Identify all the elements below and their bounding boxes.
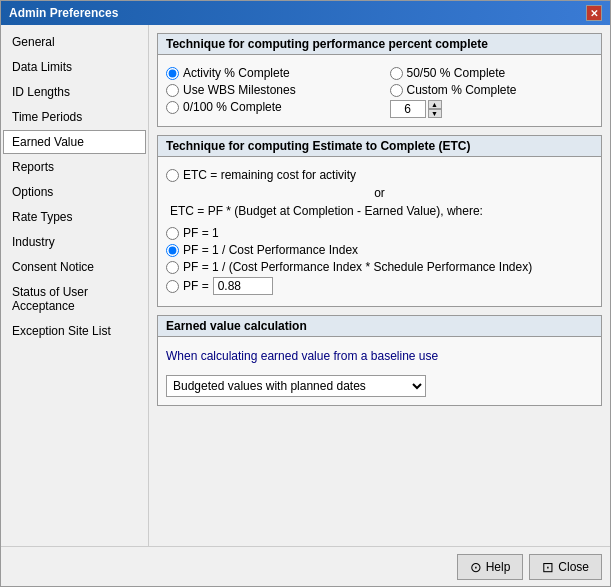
performance-section-content: Activity % Complete Use WBS Milestones 0… [158, 55, 601, 126]
radio-activity-pct: Activity % Complete [166, 66, 370, 80]
earned-value-section-content: When calculating earned value from a bas… [158, 337, 601, 405]
radio-fifty: 50/50 % Complete [390, 66, 594, 80]
radio-zero100: 0/100 % Complete [166, 100, 370, 114]
performance-section: Technique for computing performance perc… [157, 33, 602, 127]
etc-section: Technique for computing Estimate to Comp… [157, 135, 602, 307]
radio-zero100-label: 0/100 % Complete [183, 100, 282, 114]
sidebar-item-exception-site[interactable]: Exception Site List [3, 319, 146, 343]
or-text: or [166, 186, 593, 200]
spinner-up[interactable]: ▲ [428, 100, 442, 109]
performance-col1: Activity % Complete Use WBS Milestones 0… [166, 63, 370, 118]
sidebar-item-industry[interactable]: Industry [3, 230, 146, 254]
sidebar-item-rate-types[interactable]: Rate Types [3, 205, 146, 229]
sidebar-item-data-limits[interactable]: Data Limits [3, 55, 146, 79]
spinner-input[interactable] [390, 100, 426, 118]
sidebar-item-earned-value[interactable]: Earned Value [3, 130, 146, 154]
help-label: Help [486, 560, 511, 574]
radio-etc-remaining: ETC = remaining cost for activity [166, 168, 593, 182]
sidebar: General Data Limits ID Lengths Time Peri… [1, 25, 149, 546]
radio-wbs-input[interactable] [166, 84, 179, 97]
title-bar: Admin Preferences ✕ [1, 1, 610, 25]
sidebar-item-options[interactable]: Options [3, 180, 146, 204]
radio-pf1-input[interactable] [166, 227, 179, 240]
dialog-body: General Data Limits ID Lengths Time Peri… [1, 25, 610, 546]
admin-preferences-dialog: Admin Preferences ✕ General Data Limits … [0, 0, 611, 587]
radio-pf-cpi-label: PF = 1 / Cost Performance Index [183, 243, 358, 257]
etc-section-content: ETC = remaining cost for activity or ETC… [158, 157, 601, 306]
radio-pf-cpi-spi-input[interactable] [166, 261, 179, 274]
spinner-buttons: ▲ ▼ [428, 100, 442, 118]
radio-pf-custom-label: PF = [183, 279, 209, 293]
radio-fifty-label: 50/50 % Complete [407, 66, 506, 80]
close-label: Close [558, 560, 589, 574]
radio-custom: Custom % Complete [390, 83, 594, 97]
earned-value-section: Earned value calculation When calculatin… [157, 315, 602, 406]
radio-fifty-input[interactable] [390, 67, 403, 80]
radio-pf-custom: PF = [166, 277, 593, 295]
radio-pf-custom-input[interactable] [166, 280, 179, 293]
radio-pf-cpi-spi-label: PF = 1 / (Cost Performance Index * Sched… [183, 260, 532, 274]
performance-section-header: Technique for computing performance perc… [158, 34, 601, 55]
help-icon: ⊙ [470, 559, 482, 575]
earned-value-description: When calculating earned value from a bas… [166, 345, 593, 371]
etc-section-header: Technique for computing Estimate to Comp… [158, 136, 601, 157]
earned-value-dropdown[interactable]: Budgeted values with planned dates Budge… [166, 375, 426, 397]
performance-columns: Activity % Complete Use WBS Milestones 0… [166, 63, 593, 118]
radio-activity-pct-input[interactable] [166, 67, 179, 80]
radio-wbs: Use WBS Milestones [166, 83, 370, 97]
radio-zero100-input[interactable] [166, 101, 179, 114]
radio-wbs-label: Use WBS Milestones [183, 83, 296, 97]
help-button[interactable]: ⊙ Help [457, 554, 524, 580]
spinner-down[interactable]: ▼ [428, 109, 442, 118]
radio-custom-input[interactable] [390, 84, 403, 97]
sidebar-item-reports[interactable]: Reports [3, 155, 146, 179]
main-content: Technique for computing performance perc… [149, 25, 610, 546]
sidebar-item-id-lengths[interactable]: ID Lengths [3, 80, 146, 104]
radio-etc-remaining-label: ETC = remaining cost for activity [183, 168, 356, 182]
spinner-group: ▲ ▼ [390, 100, 594, 118]
close-button[interactable]: ⊡ Close [529, 554, 602, 580]
earned-value-section-header: Earned value calculation [158, 316, 601, 337]
sidebar-item-status-user[interactable]: Status of User Acceptance [3, 280, 146, 318]
dialog-footer: ⊙ Help ⊡ Close [1, 546, 610, 586]
pf-value-input[interactable] [213, 277, 273, 295]
close-footer-icon: ⊡ [542, 559, 554, 575]
etc-formula: ETC = PF * (Budget at Completion - Earne… [166, 204, 593, 218]
performance-col2: 50/50 % Complete Custom % Complete ▲ [390, 63, 594, 118]
sidebar-item-general[interactable]: General [3, 30, 146, 54]
sidebar-item-consent-notice[interactable]: Consent Notice [3, 255, 146, 279]
radio-pf1-label: PF = 1 [183, 226, 219, 240]
radio-pf-cpi-input[interactable] [166, 244, 179, 257]
radio-activity-pct-label: Activity % Complete [183, 66, 290, 80]
radio-custom-label: Custom % Complete [407, 83, 517, 97]
radio-pf-cpi-spi: PF = 1 / (Cost Performance Index * Sched… [166, 260, 593, 274]
radio-pf1: PF = 1 [166, 226, 593, 240]
radio-pf-cpi: PF = 1 / Cost Performance Index [166, 243, 593, 257]
close-icon-title[interactable]: ✕ [586, 5, 602, 21]
radio-etc-remaining-input[interactable] [166, 169, 179, 182]
dropdown-row: Budgeted values with planned dates Budge… [166, 375, 593, 397]
sidebar-item-time-periods[interactable]: Time Periods [3, 105, 146, 129]
dialog-title: Admin Preferences [9, 6, 118, 20]
